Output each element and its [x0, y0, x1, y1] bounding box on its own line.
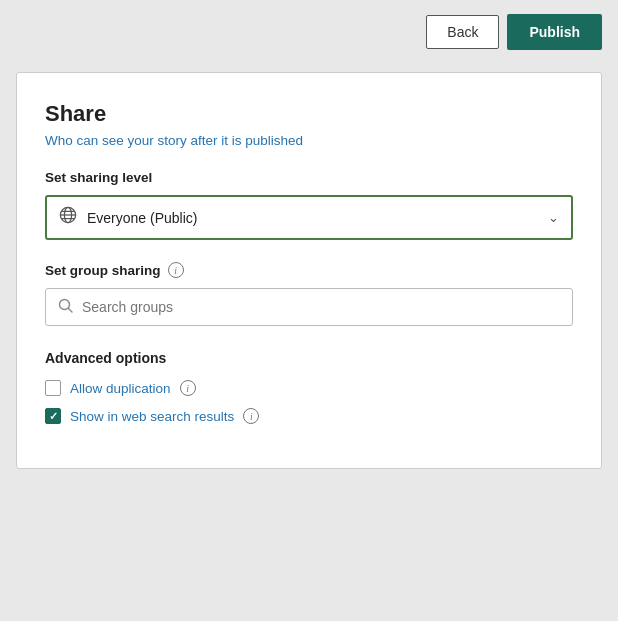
sharing-level-value: Everyone (Public)	[87, 210, 538, 226]
allow-duplication-checkbox[interactable]	[45, 380, 61, 396]
card-title: Share	[45, 101, 573, 127]
back-button[interactable]: Back	[426, 15, 499, 49]
show-in-search-info-icon[interactable]: i	[243, 408, 259, 424]
card-subtitle: Who can see your story after it is publi…	[45, 133, 573, 148]
svg-line-6	[69, 309, 73, 313]
group-sharing-label: Set group sharing	[45, 263, 161, 278]
publish-button[interactable]: Publish	[507, 14, 602, 50]
search-groups-box[interactable]	[45, 288, 573, 326]
chevron-down-icon: ⌄	[548, 210, 559, 225]
sharing-level-dropdown[interactable]: Everyone (Public) ⌄	[45, 195, 573, 240]
allow-duplication-info-icon[interactable]: i	[180, 380, 196, 396]
show-in-search-label: Show in web search results	[70, 409, 234, 424]
share-card: Share Who can see your story after it is…	[16, 72, 602, 469]
svg-point-5	[60, 300, 70, 310]
advanced-options-label: Advanced options	[45, 350, 573, 366]
group-sharing-info-icon[interactable]: i	[168, 262, 184, 278]
globe-icon	[59, 206, 77, 229]
search-groups-input[interactable]	[82, 299, 560, 315]
search-icon	[58, 298, 73, 316]
allow-duplication-label: Allow duplication	[70, 381, 171, 396]
group-sharing-header: Set group sharing i	[45, 262, 573, 278]
sharing-level-label: Set sharing level	[45, 170, 573, 185]
show-in-search-checkbox[interactable]	[45, 408, 61, 424]
top-bar: Back Publish	[0, 0, 618, 64]
show-in-search-row: Show in web search results i	[45, 408, 573, 424]
allow-duplication-row: Allow duplication i	[45, 380, 573, 396]
